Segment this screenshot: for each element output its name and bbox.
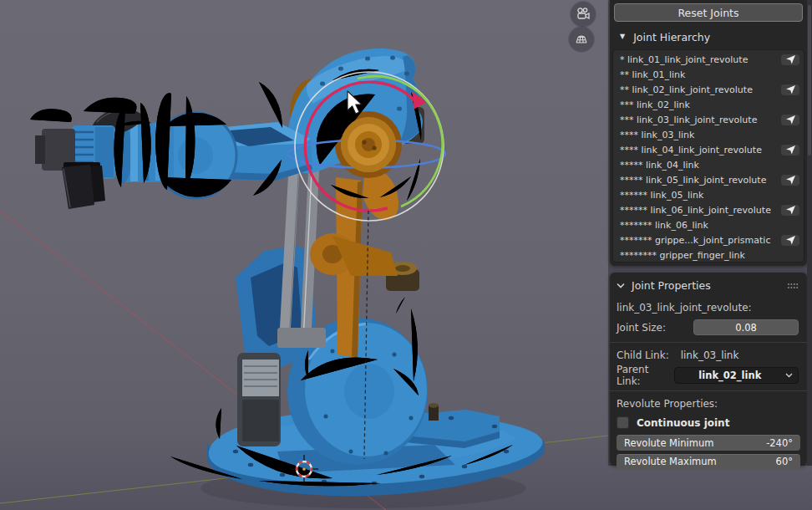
gizmo-red-arrow [413, 92, 426, 110]
revolute-maximum-slider[interactable]: Revolute Maximum 60° [617, 454, 800, 470]
hierarchy-row[interactable]: ** link_01_link [613, 67, 804, 82]
revolute-maximum-label: Revolute Maximum [624, 456, 717, 467]
robot-scene[interactable] [0, 0, 608, 510]
parent-link-dropdown[interactable]: link_02_link [674, 367, 799, 384]
snap-pointer-button[interactable] [781, 54, 799, 65]
pointer-icon [785, 54, 796, 64]
hierarchy-row-label: ** link_01_link [620, 69, 781, 80]
robot-gripper[interactable] [35, 125, 115, 209]
hierarchy-row[interactable]: ******** gripper_finger_link [613, 247, 804, 263]
hierarchy-row-label: *** link_03_link_joint_revolute [620, 115, 781, 125]
selected-joint-label: link_03_link_joint_revolute: [617, 302, 752, 314]
hierarchy-row-label: **** link_03_link [620, 130, 781, 140]
pointer-icon [785, 235, 796, 245]
pointer-icon [785, 205, 796, 215]
joint-hierarchy-list: * link_01_link_joint_revolute ** link_01… [612, 49, 804, 263]
parent-link-label: Parent Link: [617, 364, 674, 387]
hierarchy-row-label: * link_01_link_joint_revolute [620, 54, 781, 65]
pointer-icon [785, 175, 796, 185]
hierarchy-row[interactable]: *** link_03_link_joint_revolute [613, 112, 804, 127]
snap-pointer-button[interactable] [781, 84, 799, 95]
snap-pointer-button[interactable] [781, 235, 799, 246]
hierarchy-row-label: ** link_02_link_joint_revolute [620, 84, 781, 95]
revolute-minimum-slider[interactable]: Revolute Minimum -240° [617, 435, 800, 451]
hierarchy-row[interactable]: ***** link_05_link_joint_revolute [613, 172, 804, 187]
hierarchy-row-label: ******* link_06_link [620, 220, 781, 231]
joint-size-field[interactable]: 0.08 [693, 319, 799, 335]
hierarchy-row[interactable]: ** link_02_link_joint_revolute [613, 82, 804, 97]
hierarchy-row-label: ***** link_04_link [620, 160, 781, 171]
pointer-icon [785, 84, 796, 94]
hierarchy-row[interactable]: ****** link_06_link_joint_revolute [613, 202, 804, 217]
panel-grip-icon[interactable] [787, 283, 799, 289]
grid-toggle-button[interactable] [569, 27, 594, 52]
hierarchy-row-label: *** link_02_link [620, 99, 781, 110]
chevron-down-icon [617, 283, 625, 288]
hierarchy-row[interactable]: ****** link_05_link [613, 187, 804, 202]
child-link-label: Child Link: [617, 349, 669, 361]
continuous-joint-label: Continuous joint [637, 417, 729, 429]
snap-pointer-button[interactable] [781, 205, 799, 216]
hierarchy-row-label: ***** link_05_link_joint_revolute [620, 175, 781, 186]
revolute-minimum-label: Revolute Minimum [624, 437, 713, 449]
revolute-minimum-value: -240° [766, 437, 793, 449]
hierarchy-row-label: ****** link_06_link_joint_revolute [620, 205, 781, 216]
divider [610, 390, 807, 391]
collapse-triangle-icon: ▼ [620, 30, 625, 43]
hierarchy-row[interactable]: ******* link_06_link [613, 217, 804, 232]
joint-properties-title: Joint Properties [632, 279, 711, 292]
hierarchy-row-label: ******** gripper_finger_link [620, 250, 781, 261]
joint-hierarchy-header[interactable]: ▼ Joint Hierarchy [620, 30, 807, 43]
continuous-joint-checkbox[interactable] [617, 416, 629, 429]
child-link-value: link_03_link [681, 349, 739, 361]
hierarchy-row[interactable]: ***** link_04_link [613, 157, 804, 172]
joint3-disc-front [341, 117, 396, 172]
app-window: Reset Joints ▼ Joint Hierarchy * link_01… [0, 0, 812, 510]
joint-properties-header[interactable]: Joint Properties [617, 278, 799, 293]
revolute-maximum-value: 60° [776, 456, 793, 467]
sidebar-scrollbar[interactable] [807, 0, 812, 466]
joint-hierarchy-title: Joint Hierarchy [633, 31, 710, 43]
panel-joint-hierarchy: Reset Joints ▼ Joint Hierarchy * link_01… [610, 0, 807, 266]
snap-pointer-button[interactable] [781, 115, 799, 125]
revolute-properties-label: Revolute Properties: [617, 398, 718, 410]
snap-pointer-button[interactable] [781, 175, 799, 186]
hierarchy-row[interactable]: * link_01_link_joint_revolute [613, 52, 804, 67]
hierarchy-row[interactable]: **** link_04_link_joint_revolute [613, 142, 804, 157]
parent-link-value: link_02_link [675, 370, 785, 381]
dropdown-chevron-icon [785, 373, 793, 378]
snap-pointer-button[interactable] [781, 145, 799, 156]
sidebar: Reset Joints ▼ Joint Hierarchy * link_01… [608, 0, 812, 466]
hierarchy-row-label: ******* grippe...k_joint_prismatic [620, 235, 781, 246]
hierarchy-row-label: **** link_04_link_joint_revolute [620, 145, 781, 156]
camera-view-button[interactable] [571, 2, 596, 27]
grid-icon [574, 32, 589, 47]
robot-arm[interactable] [35, 48, 545, 496]
hierarchy-row[interactable]: ******* grippe...k_joint_prismatic [613, 232, 804, 247]
hierarchy-row-label: ****** link_05_link [620, 190, 781, 201]
panel-joint-properties: Joint Properties link_03_link_joint_revo… [610, 273, 807, 466]
pointer-icon [785, 145, 796, 155]
hierarchy-row[interactable]: *** link_02_link [613, 97, 804, 112]
reset-joints-button[interactable]: Reset Joints [614, 3, 803, 22]
camera-icon [576, 7, 591, 22]
pointer-icon [785, 115, 796, 125]
divider [610, 342, 807, 343]
hierarchy-row[interactable]: **** link_03_link [613, 127, 804, 142]
joint-size-label: Joint Size: [617, 322, 666, 334]
